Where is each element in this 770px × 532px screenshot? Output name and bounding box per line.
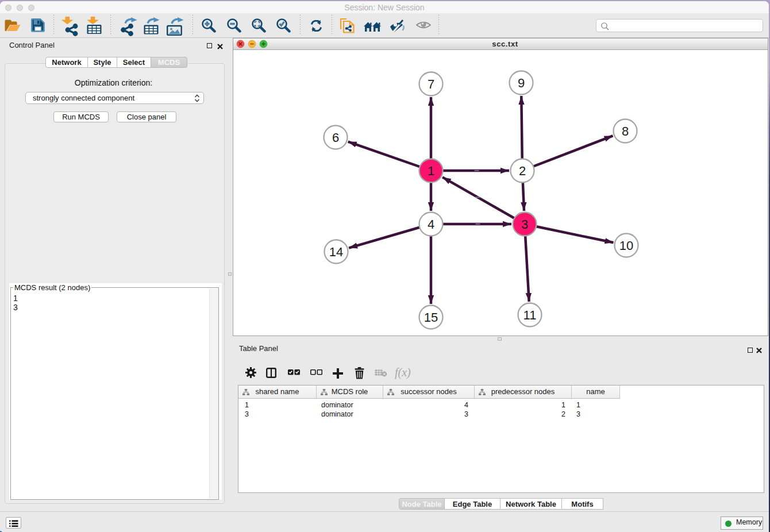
svg-text:11: 11 xyxy=(523,308,537,322)
svg-text:8: 8 xyxy=(622,124,629,138)
svg-text:1: 1 xyxy=(428,164,434,178)
svg-text:4: 4 xyxy=(428,217,434,232)
svg-text:10: 10 xyxy=(619,238,633,253)
svg-text:14: 14 xyxy=(329,245,343,259)
svg-text:15: 15 xyxy=(424,310,438,325)
svg-text:2: 2 xyxy=(519,164,526,178)
svg-text:9: 9 xyxy=(518,76,525,90)
svg-text:3: 3 xyxy=(521,217,528,232)
svg-text:6: 6 xyxy=(332,130,339,145)
svg-text:7: 7 xyxy=(428,77,434,91)
